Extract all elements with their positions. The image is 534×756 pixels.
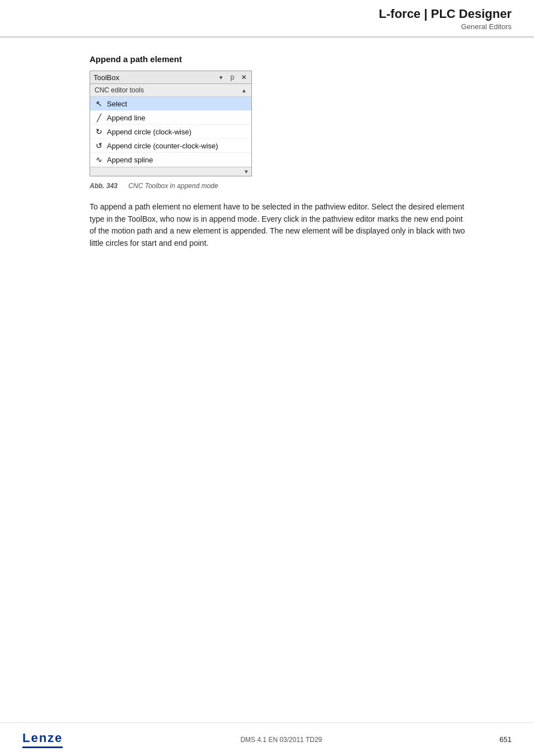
toolbox-item-label: Append spline (107, 156, 153, 164)
cursor-icon (95, 99, 104, 108)
toolbox-item-label: Append circle (clock-wise) (107, 128, 191, 136)
logo-text: Lenze (22, 731, 63, 745)
section-title: Append a path element (90, 54, 512, 64)
toolbox-item-label: Append circle (counter-clock-wise) (107, 142, 218, 150)
toolbox-title: ToolBox (93, 73, 214, 82)
toolbox-item-label: Select (107, 100, 127, 108)
toolbox-dropdown-btn[interactable]: ▾ (217, 73, 226, 82)
line-icon (95, 113, 104, 122)
header-subtitle: General Editors (22, 22, 512, 31)
header-title: L-force | PLC Designer (22, 7, 512, 21)
lenze-logo: Lenze (22, 731, 63, 748)
toolbox-titlebar: ToolBox ▾ p ✕ (90, 71, 251, 84)
toolbox-widget: ToolBox ▾ p ✕ CNC editor tools ▲ Select … (90, 71, 252, 176)
page-header: L-force | PLC Designer General Editors (0, 0, 534, 38)
toolbox-item-append-circle-cw[interactable]: Append circle (clock-wise) (90, 125, 251, 139)
toolbox-item-append-circle-ccw[interactable]: Append circle (counter-clock-wise) (90, 139, 251, 153)
main-content: Append a path element ToolBox ▾ p ✕ CNC … (0, 38, 534, 272)
toolbox-scroll-bottom: ▼ (90, 167, 251, 176)
toolbox-scroll-up-btn[interactable]: ▲ (241, 87, 247, 94)
toolbox-category-label: CNC editor tools (95, 86, 144, 94)
spline-icon (95, 155, 104, 164)
toolbox-item-label: Append line (107, 114, 146, 122)
page-footer: Lenze DMS 4.1 EN 03/2011 TD29 651 (0, 722, 534, 756)
figure-text: CNC Toolbox in append mode (128, 182, 218, 190)
toolbox-items-list: Select Append line Append circle (clock-… (90, 97, 251, 167)
toolbox-scroll-down-btn[interactable]: ▼ (243, 169, 249, 175)
toolbox-pin-btn[interactable]: p (228, 73, 237, 82)
footer-page-number: 651 (499, 735, 512, 744)
toolbox-category: CNC editor tools ▲ (90, 84, 251, 97)
logo-underline (22, 746, 63, 748)
description-text: To append a path element no element have… (90, 201, 470, 250)
footer-doc-id: DMS 4.1 EN 03/2011 TD29 (240, 736, 322, 744)
toolbox-item-append-line[interactable]: Append line (90, 111, 251, 125)
toolbox-item-select[interactable]: Select (90, 97, 251, 111)
figure-label: Abb. 343 (90, 182, 118, 190)
figure-caption: Abb. 343 CNC Toolbox in append mode (90, 182, 512, 190)
toolbox-close-btn[interactable]: ✕ (239, 73, 248, 82)
circle-ccw-icon (95, 141, 104, 150)
circle-cw-icon (95, 127, 104, 136)
toolbox-item-append-spline[interactable]: Append spline (90, 153, 251, 167)
